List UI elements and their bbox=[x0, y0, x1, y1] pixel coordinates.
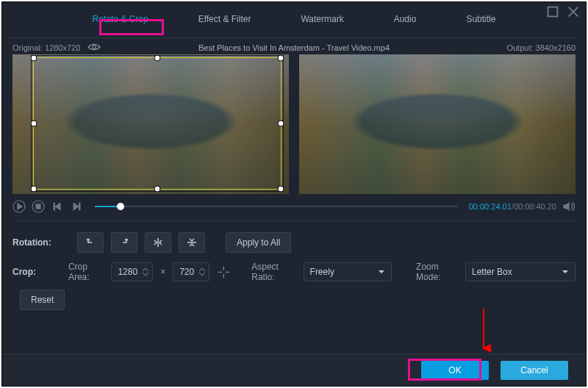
close-icon[interactable] bbox=[567, 5, 580, 18]
time-display: 00:00:24.01/00:08:40.20 bbox=[469, 202, 556, 211]
tab-effect-filter[interactable]: Effect & Filter bbox=[191, 11, 259, 27]
width-spinner[interactable] bbox=[142, 267, 149, 277]
crop-handle-tl[interactable] bbox=[31, 55, 37, 62]
crop-handle-bl[interactable] bbox=[31, 186, 37, 193]
next-frame-icon[interactable] bbox=[70, 200, 83, 213]
crop-row: Crop: Crop Area: 1280 × 720 Aspect Ratio… bbox=[12, 259, 576, 284]
crop-handle-mr[interactable] bbox=[278, 121, 284, 127]
crop-width-input[interactable]: 1280 bbox=[111, 262, 153, 281]
crop-handle-bm[interactable] bbox=[154, 186, 161, 193]
zoom-mode-dropdown[interactable]: Letter Box bbox=[465, 262, 576, 281]
preview-visibility-icon[interactable] bbox=[87, 43, 101, 53]
editor-window: Rotate & Crop Effect & Filter Watermark … bbox=[1, 1, 587, 387]
height-spinner[interactable] bbox=[198, 267, 206, 277]
seek-thumb[interactable] bbox=[117, 203, 124, 210]
crop-box[interactable] bbox=[33, 57, 282, 190]
cancel-button[interactable]: Cancel bbox=[501, 361, 568, 380]
svg-point-1 bbox=[93, 46, 96, 49]
play-icon[interactable] bbox=[12, 200, 26, 213]
svg-rect-0 bbox=[548, 7, 558, 17]
volume-icon[interactable] bbox=[562, 200, 576, 213]
flip-vertical-button[interactable] bbox=[179, 232, 205, 253]
multiply-sign: × bbox=[160, 267, 165, 277]
tab-watermark[interactable]: Watermark bbox=[293, 11, 351, 27]
tab-bar: Rotate & Crop Effect & Filter Watermark … bbox=[2, 2, 586, 32]
rotation-row: Rotation: Apply to All bbox=[12, 230, 576, 255]
seek-bar[interactable] bbox=[95, 201, 457, 212]
aspect-ratio-dropdown[interactable]: Freely bbox=[304, 262, 392, 281]
svg-rect-4 bbox=[36, 204, 40, 209]
rotate-right-button[interactable] bbox=[111, 232, 137, 253]
crop-handle-br[interactable] bbox=[278, 186, 284, 193]
maximize-icon[interactable] bbox=[546, 5, 559, 18]
video-info-row: Original: 1280x720 Best Places to Visit … bbox=[2, 38, 586, 54]
apply-to-all-button[interactable]: Apply to All bbox=[226, 232, 291, 253]
prev-frame-icon[interactable] bbox=[51, 200, 64, 213]
output-resolution-label: Output: 3840x2160 bbox=[506, 43, 576, 52]
crop-handle-tr[interactable] bbox=[278, 55, 284, 62]
preview-area bbox=[2, 54, 586, 194]
tab-audio[interactable]: Audio bbox=[387, 11, 424, 27]
stop-icon[interactable] bbox=[32, 200, 45, 213]
aspect-ratio-label: Aspect Ratio: bbox=[251, 262, 295, 282]
flip-horizontal-button[interactable] bbox=[145, 232, 171, 253]
controls-panel: Rotation: Apply to All Crop: Crop Area: … bbox=[2, 226, 586, 312]
video-filename: Best Places to Visit In Amsterdam - Trav… bbox=[198, 43, 390, 52]
zoom-mode-label: Zoom Mode: bbox=[416, 262, 458, 282]
output-viewport bbox=[299, 54, 576, 194]
rotate-left-button[interactable] bbox=[77, 232, 104, 253]
dialog-footer: OK Cancel bbox=[2, 353, 586, 386]
ok-button[interactable]: OK bbox=[421, 361, 489, 380]
crop-height-input[interactable]: 720 bbox=[173, 262, 209, 281]
tab-subtitle[interactable]: Subtitle bbox=[459, 11, 503, 27]
source-viewport[interactable] bbox=[12, 54, 289, 194]
original-resolution-label: Original: 1280x720 bbox=[12, 43, 80, 52]
tab-rotate-crop[interactable]: Rotate & Crop bbox=[85, 11, 156, 27]
crop-area-label: Crop Area: bbox=[68, 262, 104, 282]
player-bar: 00:00:24.01/00:08:40.20 bbox=[2, 194, 586, 216]
chevron-down-icon bbox=[378, 268, 385, 276]
crop-label: Crop: bbox=[12, 267, 61, 277]
reset-button[interactable]: Reset bbox=[20, 290, 65, 310]
output-thumbnail bbox=[299, 54, 576, 194]
center-crop-icon[interactable] bbox=[217, 264, 231, 280]
window-controls bbox=[546, 5, 580, 18]
rotation-label: Rotation: bbox=[12, 237, 70, 248]
crop-handle-tm[interactable] bbox=[154, 55, 161, 62]
annotation-arrow bbox=[476, 307, 491, 356]
reset-row: Reset bbox=[12, 287, 576, 312]
crop-handle-ml[interactable] bbox=[31, 121, 37, 127]
chevron-down-icon bbox=[562, 268, 569, 276]
